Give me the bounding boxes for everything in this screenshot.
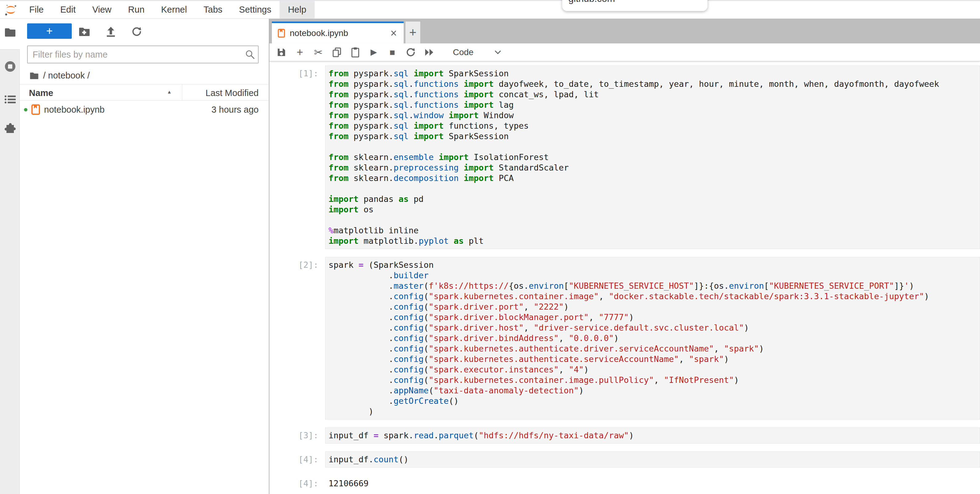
code-line: import pandas as pd: [329, 194, 977, 204]
new-folder-button[interactable]: [78, 25, 91, 38]
refresh-button[interactable]: [130, 25, 143, 38]
puzzle-icon: [4, 122, 16, 135]
cell-output: 12106669: [325, 475, 980, 492]
code-cell: [4]:input_df.count(): [269, 451, 980, 467]
file-modified: 3 hours ago: [212, 105, 259, 115]
file-name: notebook.ipynb: [44, 105, 105, 115]
copy-icon: [332, 48, 341, 57]
code-cell: [2]:spark = (SparkSession .builder .mast…: [269, 257, 980, 419]
cell-editor[interactable]: input_df.count(): [325, 451, 980, 467]
menu-help[interactable]: Help: [280, 1, 315, 19]
activity-bar-background: [0, 49, 20, 494]
dock-tab-bar: notebook.ipynb × +: [269, 19, 980, 43]
tab-label: notebook.ipynb: [290, 28, 348, 38]
input-prompt: [4]:: [269, 451, 325, 467]
menu-tabs[interactable]: Tabs: [195, 1, 231, 19]
kernel-running-dot: [24, 108, 27, 111]
file-row-notebook[interactable]: notebook.ipynb 3 hours ago: [20, 101, 269, 119]
restart-run-all-button[interactable]: [421, 45, 438, 59]
cell-type-select[interactable]: Code: [453, 48, 474, 57]
new-launcher-button[interactable]: +: [27, 24, 72, 39]
folder-icon: [4, 28, 16, 37]
code-line: spark = (SparkSession: [329, 260, 977, 270]
notebook-tab-icon: [277, 29, 285, 38]
table-of-contents-tab[interactable]: [4, 93, 16, 106]
code-line: .config("spark.driver.host", "driver-ser…: [329, 322, 977, 333]
restart-kernel-button[interactable]: [402, 45, 419, 59]
insert-cell-button[interactable]: +: [291, 45, 308, 59]
browser-popup: github.com: [562, 0, 708, 11]
filter-files-input[interactable]: [27, 46, 259, 64]
file-browser-tab[interactable]: [4, 26, 16, 38]
code-line: .builder: [329, 270, 977, 281]
code-line: [329, 215, 977, 225]
code-line: from pyspark.sql import functions, types: [329, 121, 977, 131]
search-icon: [245, 49, 255, 59]
notebook-toolbar: + ✂ ▶ ■: [269, 43, 980, 61]
code-line: .config("spark.kubernetes.authenticate.d…: [329, 343, 977, 354]
menu-run[interactable]: Run: [120, 1, 153, 19]
new-folder-icon: [78, 27, 90, 37]
close-tab-icon[interactable]: ×: [390, 28, 397, 39]
jupyter-logo-icon: [4, 3, 18, 17]
tab-notebook[interactable]: notebook.ipynb ×: [272, 22, 404, 43]
cell-editor[interactable]: input_df = spark.read.parquet("hdfs://hd…: [325, 427, 980, 443]
code-line: from sklearn.decomposition import PCA: [329, 173, 977, 183]
running-sessions-tab[interactable]: [4, 60, 16, 73]
menu-view[interactable]: View: [84, 1, 120, 19]
code-line: .config("spark.kubernetes.authenticate.s…: [329, 354, 977, 364]
cell-editor[interactable]: spark = (SparkSession .builder .master(f…: [325, 257, 980, 419]
sort-ascending-icon[interactable]: ▲: [167, 89, 172, 95]
new-tab-button[interactable]: +: [406, 22, 420, 43]
paste-cells-button[interactable]: [347, 45, 364, 59]
column-header-modified[interactable]: Last Modified: [206, 88, 259, 98]
upload-button[interactable]: [104, 25, 118, 38]
viewport-top-edge: [0, 0, 980, 1]
column-header-name[interactable]: Name: [29, 88, 53, 98]
code-line: .master(f'k8s://https://{os.environ["KUB…: [329, 281, 977, 291]
menu-settings[interactable]: Settings: [231, 1, 280, 19]
restart-icon: [406, 48, 416, 57]
code-line: .config("spark.driver.port", "2222"): [329, 302, 977, 312]
code-line: import matplotlib.pyplot as plt: [329, 236, 977, 246]
running-kernels-icon: [4, 60, 16, 73]
refresh-icon: [132, 27, 142, 37]
code-line: from pyspark.sql.functions import dayofw…: [329, 79, 977, 89]
main-dock-panel: notebook.ipynb × + + ✂: [269, 19, 980, 494]
code-line: .getOrCreate(): [329, 396, 977, 406]
menu-kernel[interactable]: Kernel: [153, 1, 195, 19]
chevron-down-icon[interactable]: [495, 50, 501, 54]
menu-edit[interactable]: Edit: [52, 1, 84, 19]
code-line: import os: [329, 204, 977, 215]
code-cell: [1]:from pyspark.sql import SparkSession…: [269, 65, 980, 249]
save-button[interactable]: [273, 45, 290, 59]
cut-cells-button[interactable]: ✂: [310, 45, 327, 59]
code-line: %matplotlib inline: [329, 225, 977, 236]
breadcrumb-path[interactable]: / notebook /: [43, 70, 90, 81]
home-folder-icon[interactable]: [30, 72, 39, 79]
code-line: .config("spark.driver.blockManager.port"…: [329, 312, 977, 322]
code-line: from sklearn.preprocessing import Standa…: [329, 162, 977, 173]
code-line: [329, 141, 977, 152]
jupyterlab-shell: + / noteb: [0, 19, 980, 494]
upload-icon: [106, 27, 116, 37]
main-menu-bar: File Edit View Run Kernel Tabs Settings …: [0, 1, 980, 19]
copy-cells-button[interactable]: [329, 45, 345, 59]
column-divider: [182, 84, 182, 100]
extension-manager-tab[interactable]: [4, 122, 16, 135]
code-line: .config("spark.driver.bindAddress", "0.0…: [329, 333, 977, 343]
list-icon: [4, 94, 16, 104]
code-line: from pyspark.sql.window import Window: [329, 110, 977, 121]
cell-editor[interactable]: from pyspark.sql import SparkSessionfrom…: [325, 65, 980, 249]
code-line: .config("spark.executor.instances", "4"): [329, 364, 977, 375]
paste-icon: [351, 47, 360, 57]
code-cell: [3]:input_df = spark.read.parquet("hdfs:…: [269, 427, 980, 443]
code-line: 12106669: [329, 478, 977, 489]
interrupt-kernel-button[interactable]: ■: [384, 45, 401, 59]
code-line: .appName("taxi-data-anomaly-detection"): [329, 385, 977, 396]
notebook-file-icon: [31, 104, 40, 115]
run-cell-button[interactable]: ▶: [366, 45, 382, 59]
menu-file[interactable]: File: [21, 1, 52, 19]
fast-forward-icon: [425, 49, 434, 56]
output-area: [4]:12106669: [269, 475, 980, 492]
